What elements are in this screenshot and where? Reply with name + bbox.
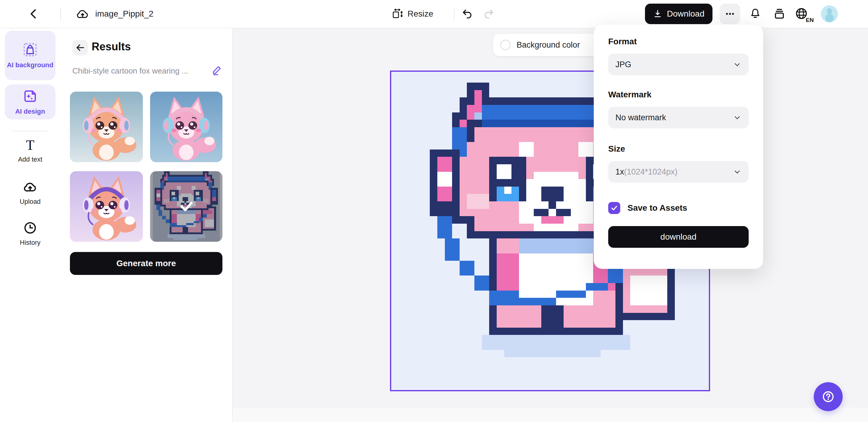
sidebar-item-ai-background[interactable]: AI background xyxy=(5,31,56,80)
storage-box-icon xyxy=(773,7,786,20)
download-options-panel: Format JPG Watermark No watermark Size 1… xyxy=(594,25,763,269)
resize-icon xyxy=(392,8,403,20)
sidebar-item-ai-design[interactable]: AI design xyxy=(5,84,56,119)
format-value: JPG xyxy=(615,60,631,69)
chevron-down-icon xyxy=(733,60,741,69)
download-button[interactable]: Download xyxy=(645,4,712,24)
notifications-button[interactable] xyxy=(747,0,763,28)
format-select[interactable]: JPG xyxy=(608,54,749,76)
results-panel: Results Chibi-style cartoon fox wearing … xyxy=(60,28,233,422)
language-button[interactable]: EN xyxy=(795,7,812,22)
results-back-button[interactable] xyxy=(72,40,88,56)
undo-button[interactable] xyxy=(459,0,475,28)
document-title-text: image_Pippit_20 xyxy=(95,9,153,19)
background-color-dropdown[interactable]: Background color xyxy=(493,34,609,56)
size-label: Size xyxy=(608,144,625,154)
watermark-value: No watermark xyxy=(615,113,666,122)
document-title: image_Pippit_20 xyxy=(95,0,153,28)
ai-design-icon xyxy=(22,88,38,104)
upload-cloud-icon xyxy=(23,180,37,194)
background-color-label: Background color xyxy=(517,40,580,50)
question-icon xyxy=(820,389,836,404)
color-swatch xyxy=(500,40,510,50)
format-label: Format xyxy=(608,37,637,47)
chevron-down-icon xyxy=(733,113,741,122)
results-title: Results xyxy=(92,40,131,53)
generate-more-button[interactable]: Generate more xyxy=(70,252,222,275)
more-options-button[interactable] xyxy=(720,4,740,24)
selected-overlay xyxy=(150,171,222,242)
avatar[interactable] xyxy=(821,5,838,22)
app-window: image_Pippit_20 Resize xyxy=(0,0,868,422)
sidebar-item-label: History xyxy=(20,239,40,247)
help-button[interactable] xyxy=(814,382,843,411)
sidebar-item-label: Add text xyxy=(18,155,42,163)
thumb-art-2 xyxy=(70,171,143,242)
checkbox-check-icon xyxy=(610,204,618,212)
size-detail: (1024*1024px) xyxy=(624,167,678,177)
top-bar: image_Pippit_20 Resize xyxy=(0,0,868,28)
check-icon xyxy=(176,196,196,217)
download-label: Download xyxy=(667,9,705,19)
left-sidebar: AI background AI design T Add text Uploa… xyxy=(0,28,61,422)
chevron-down-icon xyxy=(733,168,741,176)
download-icon xyxy=(653,9,662,19)
sidebar-divider xyxy=(12,131,48,131)
thumb-art-0 xyxy=(70,92,143,162)
generate-more-label: Generate more xyxy=(116,259,176,268)
ellipsis-icon xyxy=(724,8,736,20)
edit-prompt-button[interactable] xyxy=(211,64,224,77)
sidebar-item-upload[interactable]: Upload xyxy=(0,180,60,206)
sidebar-item-label: Upload xyxy=(20,198,41,206)
thumb-art-1 xyxy=(150,92,222,162)
save-to-assets-label: Save to Assets xyxy=(627,203,687,213)
result-thumbnail-1[interactable] xyxy=(70,92,143,162)
watermark-select[interactable]: No watermark xyxy=(608,107,749,128)
workspace-bottom-strip xyxy=(232,408,868,422)
divider xyxy=(454,7,455,21)
text-icon: T xyxy=(26,139,34,152)
cloud-upload-icon xyxy=(76,7,89,21)
save-to-assets-checkbox[interactable] xyxy=(608,202,620,214)
back-button[interactable] xyxy=(25,0,42,28)
arrow-left-icon xyxy=(75,42,85,53)
bell-icon xyxy=(749,7,762,20)
sidebar-item-add-text[interactable]: T Add text xyxy=(0,139,60,163)
size-value: 1x xyxy=(615,167,624,177)
result-thumbnail-4-selected[interactable] xyxy=(150,171,222,242)
cloud-save-button[interactable] xyxy=(75,0,90,28)
result-thumbnail-2[interactable] xyxy=(150,92,222,162)
pencil-icon xyxy=(211,64,223,76)
watermark-label: Watermark xyxy=(608,90,652,99)
sidebar-item-label: AI background xyxy=(7,61,54,69)
redo-button[interactable] xyxy=(481,0,497,28)
prompt-text: Chibi-style cartoon fox wearing ... xyxy=(72,66,205,76)
divider xyxy=(60,7,61,21)
resize-button[interactable]: Resize xyxy=(392,0,433,28)
language-label: EN xyxy=(805,17,814,24)
avatar-icon xyxy=(821,5,838,22)
undo-icon xyxy=(461,8,473,20)
sidebar-item-history[interactable]: History xyxy=(0,221,60,247)
result-thumbnail-3[interactable] xyxy=(70,171,143,242)
history-clock-icon xyxy=(23,221,37,235)
resize-label: Resize xyxy=(407,9,433,19)
sidebar-item-label: AI design xyxy=(7,108,54,116)
assets-box-button[interactable] xyxy=(772,0,787,28)
bag-select-icon xyxy=(22,42,38,58)
size-select[interactable]: 1x (1024*1024px) xyxy=(608,161,749,183)
redo-icon xyxy=(483,8,495,20)
chevron-left-icon xyxy=(28,8,40,20)
save-to-assets-row[interactable]: Save to Assets xyxy=(608,202,687,214)
panel-download-button[interactable]: download xyxy=(608,226,749,248)
panel-download-label: download xyxy=(660,232,696,242)
